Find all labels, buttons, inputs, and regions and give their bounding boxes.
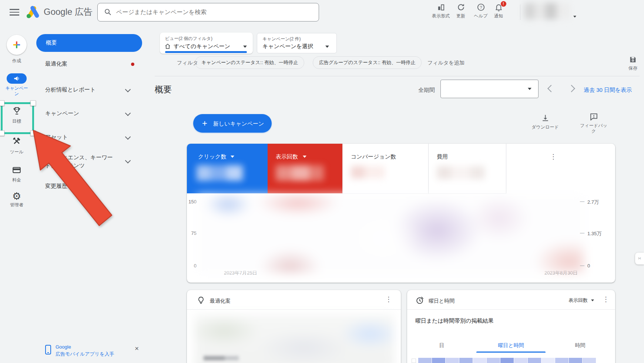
promo-text: 広告モバイルアプリを入手 (56, 351, 114, 357)
optimization-text-remnant-redacted (204, 356, 239, 360)
metric-card-impressions[interactable]: 表示回数 (268, 144, 342, 193)
heatmap-cell (514, 358, 527, 363)
right-axis-tick: — (580, 263, 584, 268)
promo-close-icon[interactable]: × (135, 344, 139, 353)
view-picker-label: ビュー(2 個のフィルタ) (165, 36, 212, 42)
schedule-card-title: 曜日と時間 (429, 298, 455, 304)
tab-day-and-hour[interactable]: 曜日と時間 (476, 338, 546, 352)
view-picker[interactable]: ビュー(2 個のフィルタ) すべてのキャンペーン (160, 33, 253, 54)
notifications-label: 通知 (488, 13, 509, 19)
chart-plot-redacted (197, 195, 584, 273)
view-picker-caret-icon (243, 46, 247, 48)
topbar-divider (520, 4, 520, 20)
optimization-card-menu-icon[interactable]: ⋮ (385, 297, 392, 302)
metric-conversions-value-redacted (351, 166, 385, 179)
save-button[interactable]: 保存 (625, 56, 641, 71)
y-axis-tick: 150 (187, 199, 197, 204)
tab-hour-label: 時間 (575, 342, 586, 348)
feedback-label: フィードバック (580, 123, 608, 134)
notification-badge: ! (501, 1, 506, 7)
plus-icon: + (202, 119, 207, 128)
refresh-icon (457, 6, 465, 13)
download-button[interactable]: ダウンロード (530, 113, 560, 130)
metric-clicks-caret-icon (231, 156, 234, 158)
schedule-card: 曜日と時間 表示回数 ⋮ 曜日または時間帯別の掲載結果 日 曜日と時間 時間 (407, 290, 615, 363)
metric-cost-label: 費用 (437, 153, 448, 160)
header-divider (155, 76, 640, 76)
heatmap-cell (583, 358, 596, 363)
metric-impressions-label: 表示回数 (276, 153, 298, 160)
overview-card: クリック数 表示回数 コンバージョン数 費用 ⋮ 150 75 0 2023年7… (187, 144, 615, 283)
metric-conversions-label: コンバージョン数 (351, 153, 396, 160)
date-range-picker[interactable] (440, 80, 539, 98)
y-axis-tick: 0 (187, 263, 197, 269)
active-tab-underline (476, 352, 546, 353)
schedule-metric-caret-icon (591, 300, 594, 302)
heatmap-cell (473, 358, 486, 363)
heatmap-cell (528, 358, 541, 363)
appearance-button[interactable]: 表示形式 (429, 3, 453, 19)
campaign-picker-value: キャンペーンを選択 (262, 43, 313, 50)
help-icon: ? (477, 6, 485, 13)
metric-card-cost[interactable]: 費用 (428, 144, 506, 194)
edge-panel-toggle-label: ›‹ (638, 256, 641, 261)
right-axis-tick: — (580, 230, 584, 236)
search-input[interactable] (115, 3, 313, 21)
save-icon (629, 59, 637, 65)
tab-day[interactable]: 日 (407, 338, 476, 352)
edge-panel-toggle[interactable]: ›‹ (635, 253, 644, 264)
appearance-label: 表示形式 (429, 13, 453, 19)
refresh-label: 更新 (450, 13, 472, 19)
overview-card-menu-icon[interactable]: ⋮ (550, 154, 557, 159)
right-axis-tick-label: 0 (587, 263, 590, 269)
filter-chip-adgroup-status[interactable]: 広告グループのステータス:: 有効、一時停止 (313, 56, 422, 69)
heatmap-label-cell (412, 359, 416, 363)
heatmap-cell (500, 358, 514, 363)
period-label: 全期間 (418, 87, 435, 94)
right-axis-tick: — (580, 199, 584, 204)
heatmap-cell (432, 358, 445, 363)
new-campaign-button[interactable]: + 新しいキャンペーン (193, 114, 272, 133)
metric-impressions-caret-icon (303, 156, 306, 158)
metric-card-conversions[interactable]: コンバージョン数 (342, 144, 429, 194)
metric-clicks-label: クリック数 (198, 153, 226, 160)
account-chevron-icon[interactable] (573, 16, 576, 18)
add-filter-button[interactable]: フィルタを追加 (427, 60, 464, 66)
mobile-app-promo[interactable]: Google 広告モバイルアプリを入手 (41, 343, 145, 359)
tab-hour[interactable]: 時間 (546, 338, 615, 352)
schedule-metric-dropdown[interactable]: 表示回数 (568, 297, 598, 305)
metric-clicks-value-redacted (197, 165, 243, 181)
download-icon (541, 117, 550, 124)
annotation-arrow-icon (0, 0, 133, 244)
prev-period-chevron-icon[interactable] (547, 85, 555, 92)
date-range-caret-icon (528, 88, 531, 90)
optimization-card: 最適化案 ⋮ (187, 290, 401, 363)
metric-card-clicks[interactable]: クリック数 (187, 144, 268, 193)
filter-chip-campaign-status[interactable]: キャンペーンのステータス:: 有効、一時停止 (195, 56, 304, 69)
heatmap-cell (541, 358, 555, 363)
feedback-icon (589, 116, 598, 123)
clock-icon (415, 296, 425, 306)
notifications-button[interactable]: ! 通知 (488, 3, 509, 19)
google-ads-app: Google 広告 表示形式 更新 ? ヘルプ ! 通知 (0, 0, 644, 363)
refresh-button[interactable]: 更新 (450, 3, 472, 19)
show-last-30-days-link[interactable]: 過去 30 日間を表示 (584, 87, 632, 94)
card-header-divider (407, 309, 615, 310)
next-period-chevron-icon[interactable] (568, 85, 575, 92)
lightbulb-icon (197, 296, 205, 306)
heatmap-cell (446, 358, 459, 363)
campaign-picker[interactable]: キャンペーン(2 件) キャンペーンを選択 (257, 33, 337, 53)
bell-icon: ! (494, 3, 503, 13)
appearance-icon (437, 6, 445, 13)
metric-card-empty: ⋮ (506, 144, 615, 193)
heatmap-cell (569, 358, 582, 363)
save-label: 保存 (625, 65, 641, 71)
schedule-card-menu-icon[interactable]: ⋮ (603, 297, 609, 302)
heatmap-cell (459, 358, 473, 363)
campaign-picker-label: キャンペーン(2 件) (262, 36, 301, 42)
heatmap-cell (487, 358, 500, 363)
feedback-button[interactable]: フィードバック (578, 112, 609, 134)
campaign-picker-caret-icon (325, 46, 329, 48)
right-axis-tick-label: 2.7万 (587, 199, 599, 206)
promo-brand: Google (56, 344, 71, 350)
